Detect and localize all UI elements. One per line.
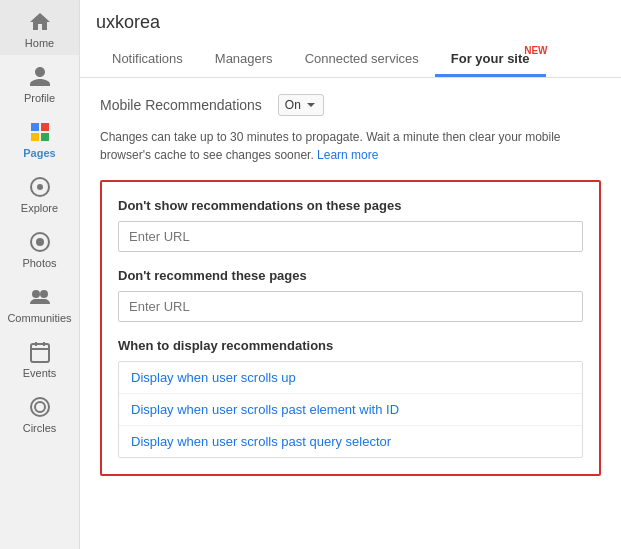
recommendations-label: Mobile Recommendations (100, 97, 262, 113)
learn-more-link[interactable]: Learn more (317, 148, 378, 162)
sidebar-item-pages[interactable]: Pages (0, 110, 79, 165)
display-option-2[interactable]: Display when user scrolls past query sel… (119, 426, 582, 457)
svg-point-5 (37, 184, 43, 190)
svg-rect-0 (31, 123, 39, 131)
sidebar-item-circles[interactable]: Circles (0, 385, 79, 440)
svg-point-9 (40, 290, 48, 298)
sidebar-item-label: Pages (23, 147, 55, 159)
header: uxkorea Notifications Managers Connected… (80, 0, 621, 78)
settings-box: Don't show recommendations on these page… (100, 180, 601, 476)
page-body: Mobile Recommendations On Changes can ta… (80, 78, 621, 549)
section1-url-input[interactable] (118, 221, 583, 252)
svg-point-7 (36, 238, 44, 246)
recommendations-row: Mobile Recommendations On (100, 94, 601, 116)
display-option-0[interactable]: Display when user scrolls up (119, 362, 582, 394)
sidebar-item-label: Home (25, 37, 54, 49)
sidebar-item-photos[interactable]: Photos (0, 220, 79, 275)
sidebar-item-communities[interactable]: Communities (0, 275, 79, 330)
display-option-1[interactable]: Display when user scrolls past element w… (119, 394, 582, 426)
sidebar-item-label: Photos (22, 257, 56, 269)
svg-point-14 (31, 398, 49, 416)
sidebar-item-home[interactable]: Home (0, 0, 79, 55)
tab-notifications[interactable]: Notifications (96, 43, 199, 77)
toggle-value: On (285, 98, 301, 112)
pages-icon (28, 120, 52, 144)
tab-managers[interactable]: Managers (199, 43, 289, 77)
home-icon (28, 10, 52, 34)
sidebar-item-label: Communities (7, 312, 71, 324)
info-text: Changes can take up to 30 minutes to pro… (100, 128, 601, 164)
sidebar-item-label: Explore (21, 202, 58, 214)
sidebar-item-events[interactable]: Events (0, 330, 79, 385)
communities-icon (28, 285, 52, 309)
section2-title: Don't recommend these pages (118, 268, 583, 283)
svg-point-15 (35, 402, 45, 412)
svg-point-8 (32, 290, 40, 298)
page-title: uxkorea (96, 12, 605, 33)
events-icon (28, 340, 52, 364)
section1-title: Don't show recommendations on these page… (118, 198, 583, 213)
section3-title: When to display recommendations (118, 338, 583, 353)
sidebar-item-label: Profile (24, 92, 55, 104)
tabs-bar: Notifications Managers Connected service… (96, 43, 605, 77)
svg-rect-3 (41, 133, 49, 141)
circles-icon (28, 395, 52, 419)
new-badge: NEW (524, 45, 547, 56)
svg-rect-2 (31, 133, 39, 141)
main-content: uxkorea Notifications Managers Connected… (80, 0, 621, 549)
sidebar-item-profile[interactable]: Profile (0, 55, 79, 110)
tab-connected-services[interactable]: Connected services (289, 43, 435, 77)
tab-for-your-site[interactable]: For your site NEW (435, 43, 546, 77)
toggle-select[interactable]: On (278, 94, 324, 116)
sidebar-item-explore[interactable]: Explore (0, 165, 79, 220)
section2-url-input[interactable] (118, 291, 583, 322)
display-options-box: Display when user scrolls up Display whe… (118, 361, 583, 458)
sidebar: Home Profile Pages Explore (0, 0, 80, 549)
explore-icon (28, 175, 52, 199)
profile-icon (28, 65, 52, 89)
sidebar-item-label: Events (23, 367, 57, 379)
photos-icon (28, 230, 52, 254)
chevron-icon (305, 99, 317, 111)
sidebar-item-label: Circles (23, 422, 57, 434)
svg-rect-1 (41, 123, 49, 131)
svg-rect-10 (31, 344, 49, 362)
